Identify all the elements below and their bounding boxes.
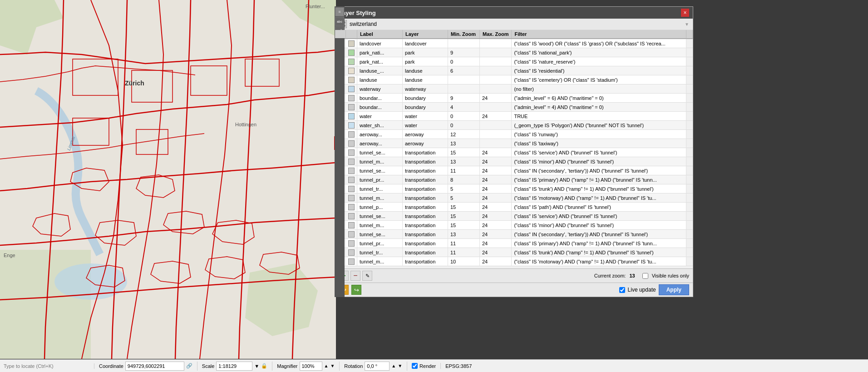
layers-icon[interactable]: ≡ [335,7,344,16]
row-label: tunnel_tr... [357,248,403,257]
row-color-cell [346,257,357,266]
row-color-cell [346,66,357,75]
row-min-zoom: 10 [448,257,480,266]
table-header: Label Layer Min. Zoom Max. Zoom Filter [335,30,693,39]
color-swatch[interactable] [348,249,355,256]
row-layer: transportation [403,257,448,266]
row-label: park_nat... [357,57,403,66]
render-checkbox[interactable] [412,363,418,369]
color-swatch[interactable] [348,204,355,210]
magnifier-down-icon[interactable]: ▼ [330,363,335,368]
current-zoom-value: 13 [629,273,635,278]
col-scroll-placeholder [686,30,693,39]
rotation-input[interactable] [365,362,390,371]
row-color-cell [346,175,357,184]
color-swatch[interactable] [348,222,355,228]
visible-rules-checkbox[interactable] [642,273,648,279]
row-color-cell [346,157,357,166]
color-swatch[interactable] [348,50,355,56]
table-row: tunnel_pr...transportation1124("class" I… [335,239,693,248]
color-swatch[interactable] [348,213,355,219]
color-swatch[interactable] [348,104,355,110]
row-max-zoom [480,121,512,130]
coordinate-input[interactable] [125,362,184,371]
row-color-cell [346,139,357,148]
apply-button[interactable]: Apply [659,284,689,295]
abc-icon[interactable]: abc [335,17,344,26]
color-swatch[interactable] [348,59,355,65]
row-layer: park [403,48,448,57]
magnifier-input[interactable] [300,362,322,371]
color-swatch[interactable] [348,159,355,165]
rotation-up-icon[interactable]: ▲ [391,363,396,368]
color-swatch[interactable] [348,95,355,101]
epsg-label: EPSG:3857 [445,363,472,369]
row-min-zoom: 13 [448,139,480,148]
row-max-zoom: 24 [480,203,512,212]
row-color-cell [346,184,357,193]
color-swatch[interactable] [348,140,355,147]
row-min-zoom: 11 [448,239,480,248]
row-filter: ("class" IS 'motorway') AND ("ramp" != 1… [512,193,686,203]
color-swatch[interactable] [348,177,355,183]
row-color-cell [346,57,357,66]
row-filter: ("class" IS 'service') AND ("brunnel" IS… [512,212,686,221]
color-swatch[interactable] [348,231,355,238]
enge-label: Enge [4,253,15,258]
scale-dropdown-icon[interactable]: ▼ [254,363,259,369]
panel-expand-icon[interactable]: ▼ [685,22,689,27]
color-swatch[interactable] [348,86,355,92]
row-label: tunnel_se... [357,212,403,221]
color-swatch[interactable] [348,113,355,119]
table-row: waterwaywaterway(no filter) [335,84,693,94]
table-row: boundar...boundary924("admin_level" = 6)… [335,94,693,103]
color-swatch[interactable] [348,240,355,247]
color-swatch[interactable] [348,195,355,201]
visible-rules-label: Visible rules only [652,273,689,278]
row-label: aeroway... [357,130,403,139]
live-update-checkbox[interactable] [619,287,625,293]
locate-input[interactable] [4,363,90,369]
row-color-cell [346,121,357,130]
color-swatch[interactable] [348,40,355,47]
table-row: aeroway...aeroway12("class" IS 'runway') [335,130,693,139]
row-label: tunnel_m... [357,221,403,230]
magnifier-up-icon[interactable]: ▲ [324,363,329,368]
color-swatch[interactable] [348,77,355,83]
row-label: tunnel_m... [357,257,403,266]
color-swatch[interactable] [348,186,355,192]
color-swatch[interactable] [348,258,355,265]
remove-rule-button[interactable]: − [350,271,360,281]
row-color-cell [346,112,357,121]
panel-close-button[interactable]: × [681,9,689,17]
rules-table-container[interactable]: Label Layer Min. Zoom Max. Zoom Filter l… [335,30,693,268]
row-label: landcover [357,39,403,48]
row-min-zoom: 11 [448,166,480,175]
lock-icon: 🔒 [261,363,267,369]
edit-rule-button[interactable]: ✎ [362,271,372,281]
scale-input[interactable] [216,362,252,371]
live-update-row: ↩ ↪ Live update Apply [335,283,693,297]
row-label: landuse_... [357,66,403,75]
rotation-down-icon[interactable]: ▼ [398,363,402,368]
locate-section [4,363,94,369]
color-swatch[interactable] [348,122,355,129]
redo-button[interactable]: ↪ [351,285,361,295]
row-max-zoom: 24 [480,175,512,184]
color-swatch[interactable] [348,131,355,138]
row-layer: transportation [403,221,448,230]
row-label: water [357,112,403,121]
row-max-zoom: 24 [480,248,512,257]
color-swatch[interactable] [348,149,355,156]
row-label: landuse [357,75,403,84]
map-canvas[interactable]: Zürich Limmat Flunter... Hottingen Enge [0,0,336,359]
table-row: tunnel_m...transportation1524("class" IS… [335,221,693,230]
color-swatch[interactable] [348,168,355,174]
col-layer: Layer [403,30,448,39]
layer-selector-row: switzerland ▼ [335,19,693,30]
row-min-zoom: 15 [448,203,480,212]
row-filter: ("class" IN ('secondary', 'tertiary')) A… [512,230,686,239]
color-swatch[interactable] [348,68,355,74]
col-checkbox [335,30,346,39]
coordinate-section: Coordinate 🔗 [99,362,197,371]
